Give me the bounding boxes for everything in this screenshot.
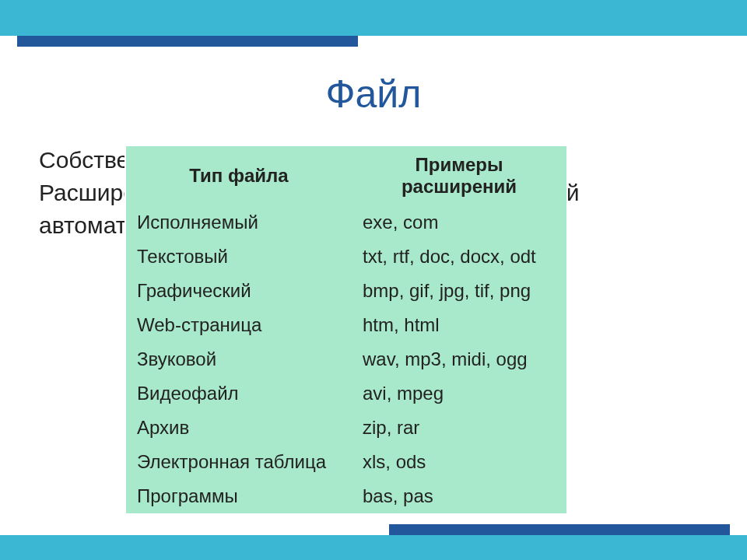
top-bar xyxy=(0,0,747,36)
cell-type: Программы xyxy=(126,479,352,513)
table-row: Исполняемый exe, com xyxy=(126,205,566,240)
slide-title: Файл xyxy=(0,72,747,117)
table-row: Видеофайл avi, mpeg xyxy=(126,376,566,411)
table-row: Текстовый txt, rtf, doc, docx, odt xyxy=(126,240,566,274)
table-row: Программы bas, pas xyxy=(126,479,566,513)
cell-type: Графический xyxy=(126,274,352,308)
bottom-accent-bar xyxy=(389,524,730,535)
cell-ext: zip, rar xyxy=(352,411,566,445)
table-header-row: Тип файла Примеры расширений xyxy=(126,146,566,205)
cell-ext: avi, mpeg xyxy=(352,376,566,411)
cell-type: Электронная таблица xyxy=(126,445,352,479)
table-row: Звуковой wav, mp3, midi, ogg xyxy=(126,342,566,376)
cell-type: Архив xyxy=(126,411,352,445)
table-row: Web-страница htm, html xyxy=(126,308,566,342)
cell-ext: txt, rtf, doc, docx, odt xyxy=(352,240,566,274)
cell-ext: wav, mp3, midi, ogg xyxy=(352,342,566,376)
slide: Файл Собственно имя файлу даёт пользоват… xyxy=(0,0,747,560)
table-row: Графический bmp, gif, jpg, tif, png xyxy=(126,274,566,308)
cell-ext: exe, com xyxy=(352,205,566,240)
top-accent-bar xyxy=(17,36,358,47)
cell-type: Текстовый xyxy=(126,240,352,274)
cell-ext: bas, pas xyxy=(352,479,566,513)
cell-ext: xls, ods xyxy=(352,445,566,479)
cell-ext: htm, html xyxy=(352,308,566,342)
table-row: Электронная таблица xls, ods xyxy=(126,445,566,479)
file-types-table: Тип файла Примеры расширений Исполняемый… xyxy=(124,145,568,515)
header-type: Тип файла xyxy=(126,146,352,205)
cell-type: Исполняемый xyxy=(126,205,352,240)
cell-ext: bmp, gif, jpg, tif, png xyxy=(352,274,566,308)
header-ext: Примеры расширений xyxy=(352,146,566,205)
cell-type: Звуковой xyxy=(126,342,352,376)
cell-type: Видеофайл xyxy=(126,376,352,411)
table-row: Архив zip, rar xyxy=(126,411,566,445)
bottom-bar xyxy=(0,535,747,560)
cell-type: Web-страница xyxy=(126,308,352,342)
